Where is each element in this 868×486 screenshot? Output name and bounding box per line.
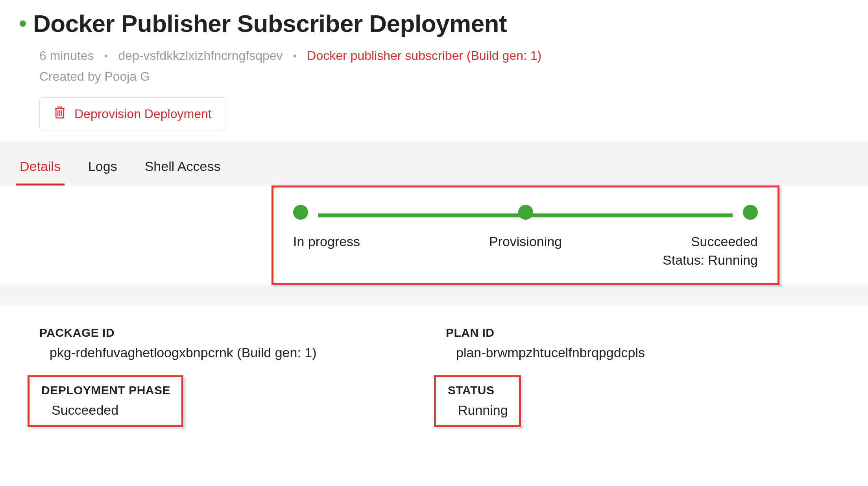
step-label-2: Provisioning <box>448 225 603 249</box>
meta-line: 6 minutes • dep-vsfdkkzlxizhfncrngfsqpev… <box>39 48 829 63</box>
status-field: STATUS Running <box>446 375 829 427</box>
details-grid: PACKAGE ID pkg-rdehfuvaghetloogxbnpcrnk … <box>0 304 868 443</box>
deprovision-label: Deprovision Deployment <box>74 107 212 121</box>
separator-dot: • <box>104 50 108 62</box>
progress-section: In progress Provisioning Succeeded Statu… <box>0 185 868 285</box>
deployment-phase-highlight: DEPLOYMENT PHASE Succeeded <box>28 375 183 427</box>
package-id-field: PACKAGE ID pkg-rdehfuvaghetloogxbnpcrnk … <box>39 326 422 360</box>
tab-details[interactable]: Details <box>20 146 61 185</box>
step-dot <box>293 205 308 220</box>
plan-id-label: PLAN ID <box>446 326 829 339</box>
step-text: Succeeded <box>691 234 758 249</box>
package-id-value: pkg-rdehfuvaghetloogxbnpcrnk (Build gen:… <box>50 345 422 360</box>
trash-icon <box>54 106 66 122</box>
step-provisioning <box>448 205 603 220</box>
details-left-column: PACKAGE ID pkg-rdehfuvaghetloogxbnpcrnk … <box>39 326 422 427</box>
step-label-1: In progress <box>293 225 448 249</box>
status-highlight: STATUS Running <box>434 375 521 427</box>
step-dot <box>518 205 533 220</box>
page-title: Docker Publisher Subscriber Deployment <box>33 9 507 37</box>
divider-band <box>0 285 868 304</box>
step-dot <box>743 205 758 220</box>
progress-labels: In progress Provisioning Succeeded Statu… <box>293 225 758 268</box>
tabs-bar: Details Logs Shell Access <box>0 142 868 185</box>
progress-nodes <box>293 205 758 220</box>
deployment-phase-field: DEPLOYMENT PHASE Succeeded <box>39 375 422 427</box>
package-id-label: PACKAGE ID <box>39 326 422 339</box>
deprovision-button[interactable]: Deprovision Deployment <box>39 97 226 130</box>
package-link[interactable]: Docker publisher subscriber (Build gen: … <box>307 48 541 63</box>
created-by: Created by Pooja G <box>39 69 829 84</box>
status-label: STATUS <box>448 384 508 397</box>
tab-logs[interactable]: Logs <box>88 146 117 185</box>
progress-stepper: In progress Provisioning Succeeded Statu… <box>271 185 779 285</box>
title-row: Docker Publisher Subscriber Deployment <box>20 9 829 37</box>
plan-id-value: plan-brwmpzhtucelfnbrqpgdcpls <box>456 345 829 360</box>
status-indicator-dot <box>20 20 26 27</box>
plan-id-field: PLAN ID plan-brwmpzhtucelfnbrqpgdcpls <box>446 326 829 360</box>
deployment-phase-value: Succeeded <box>52 403 170 418</box>
step-text: Provisioning <box>489 234 562 249</box>
details-right-column: PLAN ID plan-brwmpzhtucelfnbrqpgdcpls ST… <box>446 326 829 427</box>
status-running-text: Status: Running <box>663 252 758 268</box>
step-in-progress <box>293 205 448 220</box>
deployment-phase-label: DEPLOYMENT PHASE <box>41 384 170 397</box>
separator-dot: • <box>293 50 297 62</box>
deployment-id: dep-vsfdkkzlxizhfncrngfsqpev <box>118 48 283 63</box>
progress-track <box>293 205 758 225</box>
step-label-3: Succeeded Status: Running <box>603 225 758 268</box>
step-text: In progress <box>293 234 360 249</box>
deployment-age: 6 minutes <box>39 48 94 63</box>
deployment-header: Docker Publisher Subscriber Deployment 6… <box>0 0 868 142</box>
tab-shell-access[interactable]: Shell Access <box>145 146 221 185</box>
step-succeeded <box>603 205 758 220</box>
status-value: Running <box>458 403 508 418</box>
